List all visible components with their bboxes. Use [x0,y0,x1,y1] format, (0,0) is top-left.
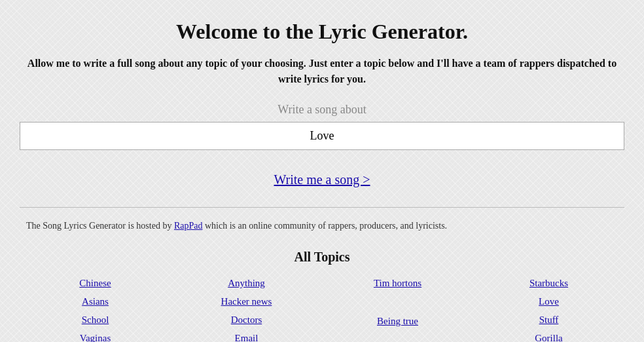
topics-grid: Chinese Asians School Vaginas Anything H… [20,275,624,342]
main-container: Welcome to the Lyric Generator. Allow me… [0,0,644,342]
write-song-link[interactable]: Write me a song > [274,172,370,187]
hosted-text-after: which is an online community of rappers,… [202,221,447,231]
topic-link[interactable]: Anything [228,275,265,291]
empty-slot [397,294,399,311]
topics-column-4: Starbucks Love Stuff Gorilla [473,275,624,342]
topic-input-wrapper [20,122,624,150]
hosted-text: The Song Lyrics Generator is hosted by R… [20,221,624,231]
topic-input[interactable] [20,122,624,150]
topic-link[interactable]: Tim hortons [374,275,421,291]
hosted-text-before: The Song Lyrics Generator is hosted by [26,221,174,231]
topic-link[interactable]: Stuff [539,312,559,328]
topic-link[interactable]: Being true [377,313,418,329]
rappad-link[interactable]: RapPad [174,221,203,231]
page-title: Welcome to the Lyric Generator. [20,20,624,44]
topic-link[interactable]: Starbucks [529,275,568,291]
topic-link[interactable]: Love [539,294,559,309]
topic-link[interactable]: Asians [82,294,109,309]
song-label: Write a song about [20,103,624,117]
topics-column-1: Chinese Asians School Vaginas [20,275,171,342]
topic-link[interactable]: Chinese [79,275,111,291]
topic-link[interactable]: Gorilla [535,330,563,342]
divider [20,207,624,208]
subtitle: Allow me to write a full song about any … [20,56,624,87]
topics-column-3: Tim hortons Being true [322,275,473,342]
topic-link[interactable]: School [82,312,109,328]
empty-slot [397,332,399,342]
topic-link[interactable]: Email [235,330,259,342]
topic-link[interactable]: Doctors [231,312,262,328]
topic-link[interactable]: Vaginas [80,330,111,342]
topics-column-2: Anything Hacker news Doctors Email [171,275,322,342]
all-topics-title: All Topics [20,250,624,265]
topic-link[interactable]: Hacker news [221,294,272,309]
